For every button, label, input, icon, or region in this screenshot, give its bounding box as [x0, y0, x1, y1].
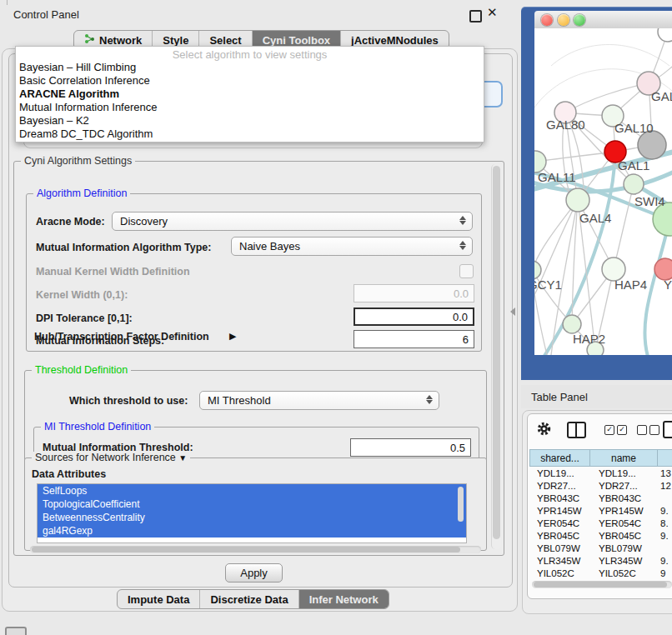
node-table-container: ✓✓ shared... name A YDL19...YDL19...13 Y… — [527, 413, 672, 599]
focused-combo-fragment[interactable] — [482, 81, 503, 108]
attribute-item-selected[interactable]: TopologicalCoefficient — [38, 498, 466, 511]
kernel-width-label: Kernel Width (0,1): — [36, 289, 128, 301]
kernel-width-value: 0.0 — [454, 288, 469, 300]
attributes-vertical-scrollbar[interactable] — [458, 487, 464, 522]
panel-divider-handle[interactable] — [510, 308, 515, 316]
which-threshold-label: Which threshold to use: — [69, 395, 188, 407]
table-header-row: shared... name A — [529, 449, 672, 467]
node-label: SWI4 — [634, 194, 665, 208]
mi-threshold-value: 0.5 — [450, 442, 465, 454]
table-row[interactable]: YDR27...YDR27...12 — [529, 481, 672, 493]
dropdown-item[interactable]: Dream8 DC_TDC Algorithm — [16, 128, 484, 141]
network-tab-icon — [84, 33, 95, 47]
column-header-name[interactable]: name — [589, 449, 657, 467]
tab-jactivemnodules-label: jActiveMNodules — [351, 34, 439, 47]
tab-discretize-data[interactable]: Discretize Data — [200, 590, 298, 608]
float-panel-icon[interactable] — [469, 10, 482, 22]
tab-impute-data[interactable]: Impute Data — [118, 590, 200, 608]
node-label: GAL10 — [614, 121, 654, 135]
dropdown-item-selected[interactable]: ARACNE Algorithm — [16, 88, 484, 101]
network-window: GAL GAL80 GAL10 GAL1 GAL11 SWI4 GAL4 GCY… — [521, 7, 672, 380]
table-row[interactable]: YBR045CYBR045C9. — [529, 531, 672, 543]
table-row[interactable]: YIL052CYIL052C9 — [529, 568, 672, 581]
table-row[interactable]: YDL19...YDL19...13 — [529, 468, 672, 481]
attribute-item-selected[interactable]: SelfLoops — [38, 484, 466, 498]
mi-steps-input[interactable]: 6 — [354, 330, 474, 348]
divider-tick — [7, 0, 8, 5]
attribute-item-selected[interactable]: BetweennessCentrality — [38, 511, 466, 524]
dpi-tolerance-value: 0.0 — [453, 311, 468, 323]
node-gcy1[interactable] — [534, 261, 541, 279]
kernel-width-input[interactable]: 0.0 — [354, 284, 474, 302]
which-threshold-combo[interactable]: MI Threshold — [199, 391, 439, 410]
tab-style-label: Style — [163, 34, 188, 47]
node-label: HAP4 — [614, 278, 647, 292]
column-header-shared-name[interactable]: shared... — [529, 449, 589, 467]
apply-button-label: Apply — [240, 567, 268, 579]
node-label: GAL4 — [579, 211, 611, 225]
node-label: GAL1 — [618, 158, 649, 172]
node-label: HAP2 — [573, 332, 605, 346]
aracne-mode-value: Discovery — [120, 215, 168, 228]
data-attributes-list: SelfLoops TopologicalCoefficient Between… — [37, 483, 467, 543]
expand-right-triangle-icon[interactable]: ▶ — [229, 331, 236, 342]
tab-infer-network[interactable]: Infer Network — [299, 590, 389, 608]
sources-group-title: Sources for Network Inference ▼ — [32, 452, 190, 463]
node-gray[interactable] — [638, 131, 666, 159]
mi-type-combo[interactable]: Naive Bayes — [231, 237, 473, 256]
table-row[interactable]: YLR345WYLR345W9. — [529, 556, 672, 568]
deselect-all-checkboxes-icon[interactable] — [637, 425, 659, 435]
network-canvas[interactable]: GAL GAL80 GAL10 GAL1 GAL11 SWI4 GAL4 GCY… — [534, 28, 672, 355]
show-columns-icon[interactable] — [567, 422, 586, 438]
network-window-titlebar[interactable] — [534, 11, 672, 29]
mi-threshold-input[interactable]: 0.5 — [350, 438, 471, 457]
dpi-tolerance-label: DPI Tolerance [0,1]: — [36, 312, 133, 324]
spinner-arrows-icon — [459, 241, 466, 250]
export-table-icon[interactable] — [663, 421, 672, 438]
tab-impute-data-label: Impute Data — [128, 593, 189, 606]
settings-gear-icon[interactable] — [536, 421, 552, 437]
table-horizontal-scrollbar[interactable] — [532, 581, 672, 588]
node[interactable] — [658, 28, 672, 42]
minimize-window-icon[interactable] — [558, 14, 569, 26]
aracne-mode-label: Aracne Mode: — [36, 216, 105, 228]
dropdown-item[interactable]: Basic Correlation Inference — [16, 74, 484, 88]
manual-kernel-checkbox[interactable] — [459, 264, 474, 278]
dropdown-item[interactable]: Bayesian – Hill Climbing — [16, 61, 484, 74]
algorithm-definition-title: Algorithm Definition — [33, 188, 130, 199]
dropdown-item[interactable]: Bayesian – K2 — [16, 114, 484, 128]
table-panel-header: Table Panel — [521, 385, 672, 408]
table-row[interactable]: YPR145WYPR145W9. — [529, 506, 672, 518]
settings-vertical-scrollbar[interactable] — [491, 164, 501, 549]
mi-steps-value: 6 — [463, 333, 469, 346]
tab-discretize-data-label: Discretize Data — [210, 593, 288, 606]
dropdown-item[interactable]: Mutual Information Inference — [16, 101, 484, 114]
restore-panel-icon[interactable] — [5, 627, 27, 635]
aracne-mode-combo[interactable]: Discovery — [112, 212, 473, 231]
collapse-down-triangle-icon[interactable]: ▼ — [178, 453, 187, 462]
table-row[interactable]: YER054CYER054C8. — [529, 518, 672, 531]
node-swi4[interactable] — [624, 174, 644, 194]
data-attributes-label: Data Attributes — [32, 468, 106, 480]
hub-definition-label[interactable]: Hub/Transcription Factor Definition — [34, 331, 209, 342]
apply-button[interactable]: Apply — [225, 563, 283, 582]
select-all-checkboxes-icon[interactable]: ✓✓ — [604, 425, 627, 435]
network-graph: GAL GAL80 GAL10 GAL1 GAL11 SWI4 GAL4 GCY… — [534, 28, 672, 355]
algorithm-definition-group: Algorithm Definition Aracne Mode: Discov… — [26, 193, 482, 352]
node-hap2[interactable] — [563, 315, 581, 333]
node-label: GAL80 — [546, 118, 585, 132]
table-row[interactable]: YBR043CYBR043C — [529, 493, 672, 506]
column-header-clipped[interactable]: A — [657, 449, 672, 467]
attributes-horizontal-scrollbar[interactable] — [30, 546, 481, 553]
tab-select-label: Select — [209, 34, 241, 47]
attribute-item-selected[interactable]: gal4RGexp — [38, 524, 466, 538]
table-row[interactable]: YBL079WYBL079W — [529, 543, 672, 556]
tab-network-label: Network — [99, 34, 142, 47]
close-panel-icon[interactable]: ✕ — [487, 5, 498, 20]
close-window-icon[interactable] — [541, 14, 553, 26]
node-label: GAL11 — [538, 170, 576, 184]
node-gal4[interactable] — [566, 188, 589, 212]
zoom-window-icon[interactable] — [574, 14, 585, 26]
table-panel-title: Table Panel — [531, 391, 588, 403]
dpi-tolerance-input[interactable]: 0.0 — [354, 308, 474, 326]
